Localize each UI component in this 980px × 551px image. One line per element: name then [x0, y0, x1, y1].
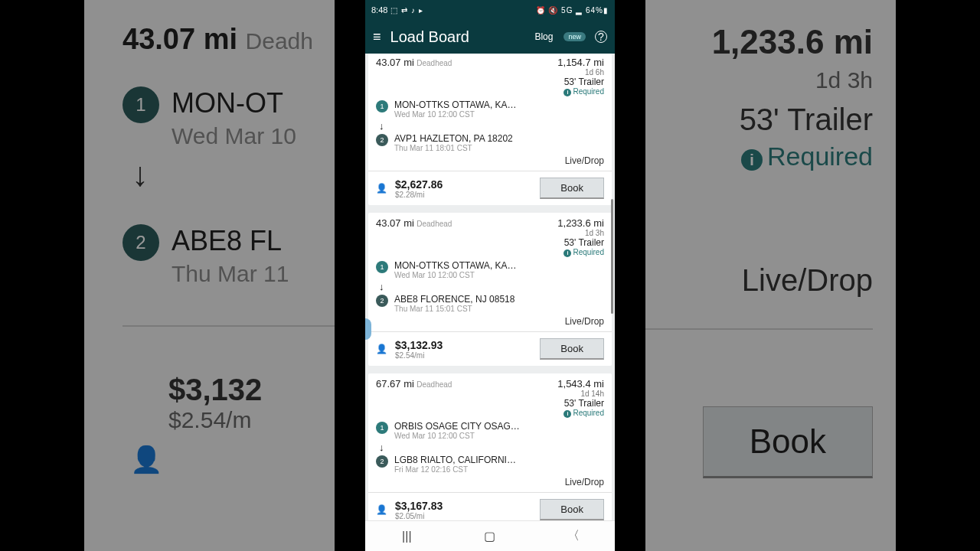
load-card[interactable]: 43.07 mi Deadhead 1,154.7 mi 1d 6h 53' T…	[368, 54, 612, 205]
pickup-date: Wed Mar 10 12:00 CST	[394, 271, 604, 279]
price: $3,167.83	[395, 500, 532, 512]
live-drop-label: Live/Drop	[368, 316, 612, 331]
drawer-tab[interactable]	[365, 318, 371, 340]
required-badge: iRequired	[557, 87, 604, 96]
app-title: Load Board	[390, 28, 526, 46]
duration: 1d 6h	[557, 68, 604, 77]
stop-number-2: 2	[376, 134, 388, 146]
trailer-type: 53' Trailer	[557, 237, 604, 248]
person-icon: 👤	[376, 183, 387, 194]
drop-location: ABE8 FLORENCE, NJ 08518	[394, 294, 604, 305]
pickup-location: MON-OTTKS OTTAWA, KA…	[394, 99, 604, 110]
book-button[interactable]: Book	[540, 499, 604, 520]
status-bar: 8:48 ⬚ ⇄ ♪ ▸ ⏰ 🔇 5G ▂ 64%▮	[365, 0, 615, 20]
help-icon[interactable]: ?	[595, 31, 607, 43]
app-bar: ≡ Load Board Blog new ?	[365, 20, 615, 54]
hamburger-icon[interactable]: ≡	[373, 29, 381, 45]
duration: 1d 3h	[557, 229, 604, 237]
trailer-type: 53' Trailer	[557, 77, 604, 87]
price: $3,132.93	[395, 339, 532, 351]
arrow-down-icon: ↓	[379, 442, 604, 453]
blog-link[interactable]: Blog	[534, 31, 553, 42]
deadhead-value: 67.67 mi	[376, 378, 414, 390]
android-nav-bar: ||| ▢ 〈	[365, 520, 615, 551]
background-zoom-right: 1,233.6 mi 1d 3h 53' Trailer iRequired L…	[645, 0, 896, 551]
price-per-mile: $2.05/mi	[395, 512, 532, 520]
info-icon: i	[564, 249, 571, 257]
arrow-down-icon: ↓	[379, 281, 604, 292]
distance: 1,233.6 mi	[557, 217, 604, 229]
deadhead-label: Deadhead	[416, 220, 452, 228]
price-per-mile: $2.28/mi	[395, 191, 532, 199]
background-zoom-left: 43.07 mi Deadh 1MON-OT Wed Mar 10 ↓ 2ABE…	[84, 0, 335, 551]
deadhead-label: Deadhead	[416, 380, 452, 389]
status-time: 8:48	[371, 5, 387, 15]
deadhead-label: Deadhead	[416, 59, 452, 67]
stop-number-1: 1	[376, 261, 388, 273]
drop-location: AVP1 HAZLETON, PA 18202	[394, 133, 604, 144]
drop-date: Fri Mar 12 02:16 CST	[394, 465, 604, 474]
arrow-down-icon: ↓	[379, 120, 604, 132]
info-icon: i	[564, 89, 571, 96]
person-icon: 👤	[376, 344, 387, 354]
required-badge: iRequired	[557, 409, 604, 418]
person-icon: 👤	[130, 444, 162, 474]
home-icon[interactable]: ▢	[483, 529, 497, 543]
back-icon[interactable]: 〈	[567, 528, 580, 544]
stop-number-2: 2	[376, 455, 388, 468]
phone-frame: 8:48 ⬚ ⇄ ♪ ▸ ⏰ 🔇 5G ▂ 64%▮ ≡ Load Board …	[365, 0, 615, 551]
live-drop-label: Live/Drop	[368, 477, 612, 492]
distance: 1,543.4 mi	[557, 378, 604, 390]
deadhead-value: 43.07 mi	[376, 217, 414, 229]
distance: 1,154.7 mi	[557, 57, 604, 68]
duration: 1d 14h	[557, 390, 604, 398]
load-card[interactable]: 43.07 mi Deadhead 1,233.6 mi 1d 3h 53' T…	[368, 213, 612, 366]
book-button[interactable]: Book	[540, 338, 604, 360]
recents-icon[interactable]: |||	[400, 530, 413, 543]
stop-number-2: 2	[376, 295, 388, 307]
status-icons-right: ⏰ 🔇 5G ▂ 64%▮	[536, 6, 609, 15]
drop-location: LGB8 RIALTO, CALIFORNI…	[394, 455, 604, 465]
load-card[interactable]: 67.67 mi Deadhead 1,543.4 mi 1d 14h 53' …	[368, 373, 612, 520]
stop-number-1: 1	[376, 422, 388, 434]
pickup-location: ORBIS OSAGE CITY OSAG…	[394, 421, 604, 432]
stop-number-1: 1	[376, 100, 388, 112]
pickup-location: MON-OTTKS OTTAWA, KA…	[394, 260, 604, 271]
deadhead-value: 43.07 mi	[376, 57, 414, 68]
book-button[interactable]: Book	[540, 178, 604, 199]
trailer-type: 53' Trailer	[557, 398, 604, 409]
price: $2,627.86	[395, 178, 532, 191]
live-drop-label: Live/Drop	[368, 155, 612, 171]
scrollbar[interactable]	[611, 199, 613, 314]
pickup-date: Wed Mar 10 12:00 CST	[394, 110, 604, 119]
status-icons-left: ⬚ ⇄ ♪ ▸	[390, 6, 423, 15]
drop-date: Thu Mar 11 18:01 CST	[394, 144, 604, 152]
pickup-date: Wed Mar 10 12:00 CST	[394, 432, 604, 440]
new-badge: new	[564, 32, 586, 41]
info-icon: i	[741, 149, 763, 171]
drop-date: Thu Mar 11 15:01 CST	[394, 305, 604, 313]
person-icon: 👤	[376, 504, 387, 515]
required-badge: iRequired	[557, 248, 604, 257]
price-per-mile: $2.54/mi	[395, 351, 532, 360]
info-icon: i	[564, 410, 571, 418]
book-button-bg: Book	[703, 406, 873, 478]
load-list[interactable]: 43.07 mi Deadhead 1,154.7 mi 1d 6h 53' T…	[365, 54, 615, 520]
